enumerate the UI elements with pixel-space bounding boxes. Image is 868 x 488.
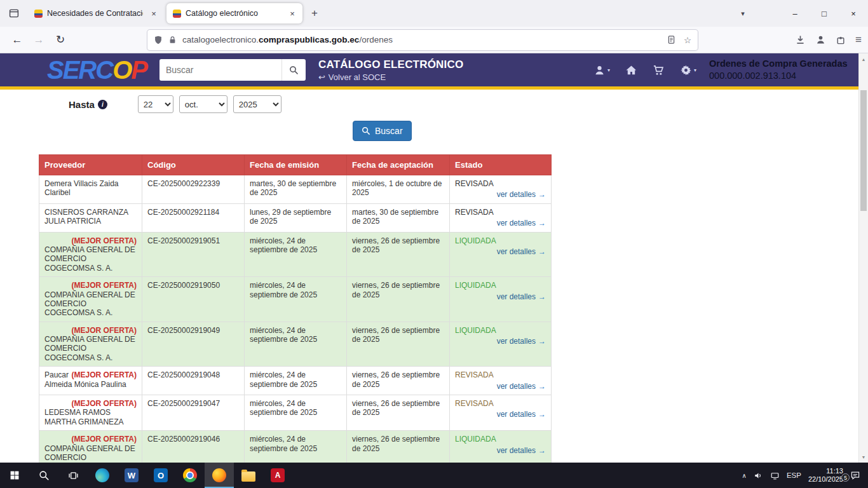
tab-list-button[interactable]: ▾ (733, 10, 752, 18)
ecuador-coat-favicon (173, 10, 181, 18)
url-text[interactable]: catalogoelectronico.compraspublicas.gob.… (182, 35, 393, 44)
codigo-cell: CE-20250002921184 (142, 203, 245, 232)
table-row: (MEJOR OFERTA) COMPAÑIA GENERAL DE COMER… (39, 277, 552, 322)
arrow-right-icon: → (538, 337, 546, 346)
user-menu-icon[interactable]: ▾ (593, 64, 610, 76)
fecha-emision-cell: martes, 30 de septiembre de 2025 (245, 175, 347, 204)
fecha-aceptacion-cell: viernes, 26 de septiembre de 2025 (347, 431, 450, 463)
outlook-icon[interactable]: O (146, 463, 175, 488)
ver-detalles-link[interactable]: ver detalles→ (455, 219, 546, 227)
table-row: Demera Villacis Zaida Claribel CE-202500… (39, 175, 552, 204)
lock-icon[interactable] (168, 36, 177, 44)
volver-soce-link[interactable]: ↩ Volver al SOCE (318, 72, 463, 82)
tab-close-icon[interactable]: × (147, 7, 160, 20)
page-scrollbar[interactable]: ▲ ▼ (858, 53, 868, 463)
taskbar-search-icon[interactable] (29, 463, 58, 488)
firefox-view-icon[interactable] (5, 4, 23, 22)
scroll-down-icon[interactable]: ▼ (859, 453, 868, 461)
sercop-logo[interactable]: SERCOP (47, 57, 147, 83)
minimize-button[interactable]: – (780, 0, 810, 27)
proveedor-cell: CISNEROS CARRANZA JULIA PATRICIA (39, 203, 142, 232)
mejor-oferta-label: (MEJOR OFERTA) (72, 435, 137, 444)
scroll-up-icon[interactable]: ▲ (859, 55, 868, 63)
fecha-emision-cell: miércoles, 24 de septiembre de 2025 (245, 322, 347, 367)
edge-icon[interactable] (88, 463, 117, 488)
header-search-button[interactable] (281, 59, 306, 81)
proveedor-cell: (MEJOR OFERTA) COMPAÑIA GENERAL DE COMER… (39, 431, 142, 463)
cart-icon[interactable] (653, 64, 665, 76)
reader-mode-icon[interactable] (667, 35, 676, 44)
firefox-icon[interactable] (205, 463, 234, 488)
browser-window: Necesidades de Contratación y × Catálogo… (0, 0, 868, 488)
new-tab-button[interactable]: + (306, 5, 323, 22)
volume-icon[interactable] (754, 471, 763, 480)
word-icon[interactable]: W (117, 463, 146, 488)
arrow-right-icon: → (538, 292, 546, 301)
chrome-icon[interactable] (175, 463, 205, 488)
downloads-icon[interactable] (795, 34, 806, 45)
proveedor-cell: (MEJOR OFERTA) Paucar Almeida Mónica Pau… (39, 367, 142, 395)
hasta-label: Hasta (69, 99, 95, 110)
scrollbar-thumb[interactable] (860, 90, 867, 211)
day-select[interactable]: 22 (138, 95, 173, 113)
window-controls: – □ × (780, 0, 868, 27)
hidden-icons-chevron[interactable]: ∧ (742, 472, 747, 479)
year-select[interactable]: 2025 (233, 95, 281, 113)
ver-detalles-link[interactable]: ver detalles→ (455, 410, 546, 419)
start-button[interactable] (0, 463, 29, 488)
browser-tab-inactive[interactable]: Necesidades de Contratación y × (28, 3, 164, 24)
ver-detalles-link[interactable]: ver detalles→ (455, 446, 546, 455)
ver-detalles-link[interactable]: ver detalles→ (455, 292, 546, 301)
task-view-icon[interactable] (58, 463, 88, 488)
bookmark-star-icon[interactable]: ☆ (684, 35, 691, 45)
tab-title: Catálogo electrónico (186, 9, 281, 18)
account-icon[interactable] (815, 34, 826, 45)
estado-label: REVISADA (455, 370, 546, 379)
address-bar[interactable]: catalogoelectronico.compraspublicas.gob.… (147, 30, 698, 50)
tab-close-icon[interactable]: × (286, 7, 299, 20)
fecha-aceptacion-cell: martes, 30 de septiembre de 2025 (347, 203, 450, 232)
codigo-cell: CE-20250002919051 (142, 232, 245, 277)
extensions-icon[interactable] (836, 35, 846, 45)
maximize-button[interactable]: □ (810, 0, 839, 27)
estado-label: LIQUIDADA (455, 236, 546, 245)
codigo-cell: CE-20250002919048 (142, 367, 245, 395)
fecha-emision-cell: miércoles, 24 de septiembre de 2025 (245, 367, 347, 395)
taskbar-clock[interactable]: 11:13 22/10/2025 (808, 467, 843, 484)
ver-detalles-link[interactable]: ver detalles→ (455, 247, 546, 256)
orders-table: Proveedor Código Fecha de emisión Fecha … (39, 154, 552, 463)
shield-icon[interactable] (154, 36, 163, 44)
file-explorer-icon[interactable] (234, 463, 263, 488)
arrow-right-icon: → (538, 219, 546, 227)
ver-detalles-link[interactable]: ver detalles→ (455, 337, 546, 346)
estado-label: LIQUIDADA (455, 435, 546, 444)
estado-label: LIQUIDADA (455, 281, 546, 290)
network-icon[interactable] (770, 471, 780, 480)
info-icon[interactable]: i (98, 100, 107, 109)
gear-icon[interactable]: ▾ (680, 64, 696, 76)
codigo-cell: CE-20250002919047 (142, 395, 245, 431)
ver-detalles-link[interactable]: ver detalles→ (455, 190, 546, 199)
reload-button[interactable]: ↻ (50, 30, 71, 50)
browser-toolbar: ← → ↻ catalogoelectronico.compraspublica… (0, 27, 868, 53)
back-button[interactable]: ← (6, 30, 28, 50)
month-select[interactable]: oct. (179, 95, 227, 113)
proveedor-name: CISNEROS CARRANZA JULIA PATRICIA (44, 208, 128, 226)
acrobat-icon[interactable]: A (263, 463, 292, 488)
home-icon[interactable] (625, 64, 637, 76)
browser-tab-active[interactable]: Catálogo electrónico × (166, 3, 302, 24)
buscar-button[interactable]: Buscar (353, 121, 412, 141)
table-row: (MEJOR OFERTA) COMPAÑIA GENERAL DE COMER… (39, 431, 552, 463)
estado-cell: LIQUIDADA ver detalles→ (450, 277, 552, 322)
header-search-input[interactable] (159, 59, 281, 81)
language-indicator[interactable]: ESP (787, 471, 801, 479)
arrow-right-icon: → (538, 247, 546, 256)
menu-icon[interactable]: ≡ (855, 34, 862, 46)
page-content: Hasta i 22 oct. 2025 Buscar Proveed (0, 90, 858, 463)
ver-detalles-link[interactable]: ver detalles→ (455, 382, 546, 391)
forward-button[interactable]: → (28, 30, 50, 50)
close-button[interactable]: × (839, 0, 868, 27)
fecha-aceptacion-cell: viernes, 26 de septiembre de 2025 (347, 395, 450, 431)
action-center-icon[interactable]: 5 (850, 470, 860, 480)
proveedor-cell: (MEJOR OFERTA) COMPAÑIA GENERAL DE COMER… (39, 322, 142, 367)
